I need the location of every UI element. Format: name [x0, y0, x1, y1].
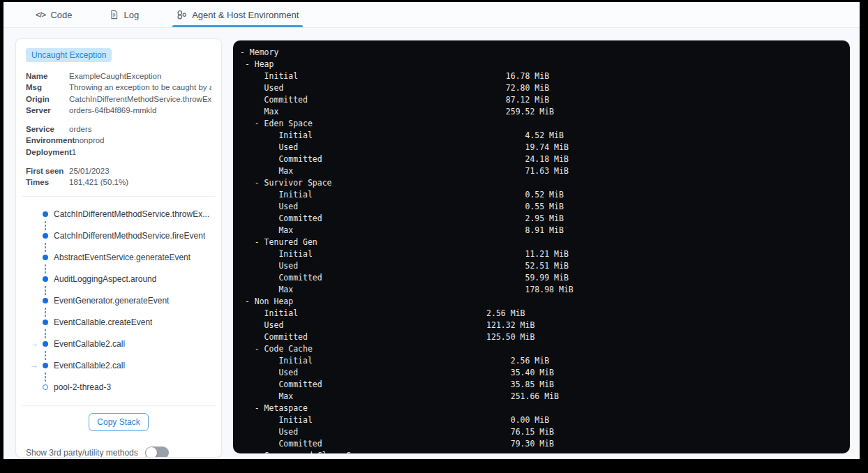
stack-frame-label: EventCallable2.call	[54, 361, 125, 370]
stack-frame-dot-icon	[43, 298, 48, 303]
memory-metric-row: Max 178.98 MiB	[240, 284, 843, 296]
field-label: Name	[26, 70, 69, 82]
memory-metric-row: Initial 4.52 MiB	[240, 130, 843, 142]
field-label: Server	[26, 105, 69, 116]
field-label: Environment	[26, 135, 75, 146]
stack-frame-item[interactable]: CatchInDifferentMethodService.fireEvent	[26, 225, 211, 247]
field-label: Deployment	[26, 147, 72, 158]
code-icon: </>	[36, 10, 45, 19]
field-label: First seen	[26, 165, 69, 177]
stack-frame-label: CatchInDifferentMethodService.throwEx...	[54, 209, 209, 219]
memory-metric-row: Max 71.63 MiB	[240, 165, 843, 177]
tab-log[interactable]: Log	[105, 2, 143, 27]
agent-environment-terminal[interactable]: - Memory - Heap Initial 16.78 MiB Used 7…	[233, 40, 850, 453]
field-row: Serverorders-64fb4f869-mmkld	[26, 105, 211, 116]
exception-fields-occurrence: First seen25/01/2023Times181,421 (50.1%)	[26, 165, 211, 188]
execution-pointer-arrow-icon: →	[29, 359, 38, 372]
tab-label: Agent & Host Environment	[192, 10, 299, 20]
stack-trace-list: CatchInDifferentMethodService.throwEx...…	[26, 204, 211, 398]
toggle-knob	[146, 447, 157, 458]
third-party-toggle[interactable]	[145, 446, 169, 458]
memory-metric-row: Used 72.80 MiB	[240, 82, 843, 94]
memory-metric-row: Initial 2.56 MiB	[240, 308, 843, 320]
memory-metric-row: Committed 87.12 MiB	[240, 94, 843, 106]
stack-frame-dot-icon	[43, 320, 48, 325]
field-row: Deployment1	[26, 147, 211, 158]
field-label: Service	[26, 123, 69, 135]
memory-metric-row: Committed 125.50 MiB	[240, 331, 843, 343]
exception-details-panel: Uncaught Exception NameExampleCaughtExce…	[15, 38, 222, 458]
field-row: NameExampleCaughtException	[26, 70, 211, 82]
memory-metric-row: Initial 2.56 MiB	[240, 355, 843, 367]
field-value: nonprod	[75, 135, 211, 146]
memory-branch-row: - Survivor Space	[240, 177, 843, 189]
stack-frame-dot-icon	[43, 211, 48, 217]
memory-metric-row: Max 259.52 MiB	[240, 106, 843, 118]
memory-metric-row: Initial 11.21 MiB	[240, 248, 843, 260]
stack-frame-label: EventGenerator.generateEvent	[54, 296, 169, 306]
exception-fields-primary: NameExampleCaughtExceptionMsgThrowing an…	[26, 70, 211, 116]
tab-label: Code	[50, 10, 72, 20]
stack-frame-dot-icon	[43, 233, 48, 239]
stack-frame-dot-icon	[43, 255, 48, 260]
field-value: ExampleCaughtException	[69, 70, 211, 82]
exception-fields-service: ServiceordersEnvironmentnonprodDeploymen…	[26, 123, 211, 158]
copy-stack-button[interactable]: Copy Stack	[89, 413, 148, 431]
memory-metric-row: Initial 16.78 MiB	[240, 70, 843, 82]
field-label: Msg	[26, 82, 69, 93]
stack-frame-item[interactable]: EventGenerator.generateEvent	[26, 290, 211, 312]
third-party-toggle-label: Show 3rd party/utility methods	[26, 448, 138, 458]
third-party-toggle-row: Show 3rd party/utility methods	[26, 446, 211, 458]
field-row: First seen25/01/2023	[26, 165, 211, 177]
memory-metric-row: Initial 0.00 MiB	[240, 414, 843, 426]
copy-stack-row: Copy Stack	[26, 413, 211, 431]
memory-metric-row: Used 76.15 MiB	[240, 426, 843, 438]
stack-frame-dot-icon	[43, 276, 48, 282]
tab-bar: </>CodeLogAgent & Host Environment	[3, 2, 860, 28]
app-window: </>CodeLogAgent & Host Environment Uncau…	[3, 2, 860, 459]
tab-agent-host-environment[interactable]: Agent & Host Environment	[172, 2, 303, 27]
memory-branch-row: - Eden Space	[240, 118, 843, 130]
stack-frame-item[interactable]: →EventCallable2.call	[26, 333, 211, 355]
memory-metric-row: Committed 2.95 MiB	[240, 213, 843, 225]
main-content: Uncaught Exception NameExampleCaughtExce…	[3, 28, 860, 459]
memory-metric-row: Used 0.55 MiB	[240, 201, 843, 213]
log-icon	[110, 10, 119, 20]
memory-metric-row: Max 8.91 MiB	[240, 225, 843, 236]
tab-label: Log	[124, 10, 139, 20]
memory-branch-row: - Non Heap	[240, 296, 843, 308]
memory-branch-row: - Tenured Gen	[240, 236, 843, 248]
stack-frame-label: AuditLoggingAspect.around	[54, 274, 156, 284]
field-value: 181,421 (50.1%)	[69, 177, 211, 188]
stack-frame-item[interactable]: →EventCallable2.call	[26, 355, 211, 377]
stack-frame-dot-icon	[43, 341, 48, 347]
tab-code[interactable]: </>Code	[31, 2, 76, 27]
stack-frame-label: EventCallable.createEvent	[54, 317, 152, 327]
memory-metric-row: Max 251.66 MiB	[240, 391, 843, 403]
memory-metric-row: Used 52.51 MiB	[240, 260, 843, 272]
thread-dot-icon	[43, 384, 48, 390]
field-label: Origin	[26, 93, 69, 105]
field-value: orders	[69, 123, 211, 135]
stack-frame-label: CatchInDifferentMethodService.fireEvent	[54, 231, 205, 241]
stack-frame-item[interactable]: AbstractEventService.generateEvent	[26, 247, 211, 269]
field-label: Times	[26, 177, 69, 188]
field-row: Serviceorders	[26, 123, 211, 135]
stack-frame-item[interactable]: EventCallable.createEvent	[26, 312, 211, 333]
agent-environment-icon	[177, 10, 187, 20]
memory-metric-row: Committed 79.30 MiB	[240, 438, 843, 450]
memory-branch-row: - Metaspace	[240, 403, 843, 414]
stack-frame-item[interactable]: AuditLoggingAspect.around	[26, 269, 211, 290]
stack-frame-item[interactable]: pool-2-thread-3	[26, 377, 211, 398]
memory-metric-row: Committed 24.18 MiB	[240, 153, 843, 165]
memory-metric-row: Used 121.32 MiB	[240, 320, 843, 331]
field-value: CatchInDifferentMethodService.throwExcep	[69, 93, 211, 105]
stack-frame-dot-icon	[43, 363, 48, 368]
stack-frame-label: pool-2-thread-3	[54, 382, 111, 392]
stack-frame-item[interactable]: CatchInDifferentMethodService.throwEx...	[26, 204, 211, 225]
memory-branch-row: - Code Cache	[240, 343, 843, 355]
stack-frame-label: AbstractEventService.generateEvent	[54, 253, 190, 262]
field-row: MsgThrowing an exception to be caught by…	[26, 82, 211, 93]
memory-metric-row: Initial 0.52 MiB	[240, 189, 843, 201]
memory-branch-row: - Memory	[240, 47, 843, 59]
